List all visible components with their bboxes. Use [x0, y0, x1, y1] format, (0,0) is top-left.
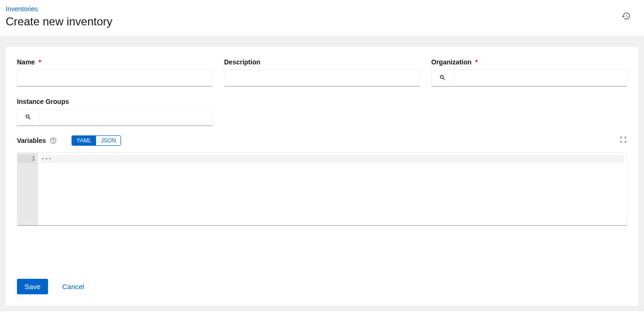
- instance-groups-input[interactable]: [40, 109, 213, 126]
- editor-gutter: 1: [17, 153, 38, 225]
- description-group: Description: [224, 58, 420, 87]
- search-icon: [25, 114, 32, 122]
- variables-toggle: YAML JSON: [72, 135, 121, 146]
- variables-label: Variables: [17, 137, 46, 144]
- form-row-1: Name * Description Organization *: [17, 58, 627, 87]
- expand-icon[interactable]: [620, 136, 627, 145]
- action-buttons: Save Cancel: [17, 279, 84, 294]
- organization-group: Organization *: [431, 58, 627, 87]
- json-toggle[interactable]: JSON: [96, 136, 121, 145]
- svg-point-1: [53, 142, 53, 142]
- page-title: Create new inventory: [6, 15, 638, 28]
- search-icon: [439, 74, 446, 82]
- instance-groups-label: Instance Groups: [17, 98, 213, 105]
- description-label: Description: [224, 58, 420, 66]
- description-label-text: Description: [224, 58, 260, 66]
- variables-header: Variables YAML JSON: [17, 135, 627, 146]
- name-input[interactable]: [17, 70, 213, 87]
- yaml-toggle[interactable]: YAML: [72, 136, 97, 145]
- instance-groups-group: Instance Groups: [17, 98, 213, 126]
- description-input[interactable]: [224, 70, 420, 87]
- required-star: *: [475, 58, 477, 66]
- main-background: Name * Description Organization *: [0, 36, 644, 311]
- help-icon[interactable]: [50, 137, 56, 144]
- instance-groups-label-text: Instance Groups: [17, 98, 69, 105]
- organization-input[interactable]: [454, 70, 627, 87]
- organization-lookup: [431, 70, 627, 87]
- organization-search-button[interactable]: [431, 70, 454, 87]
- name-group: Name *: [17, 58, 213, 87]
- breadcrumb-inventories-link[interactable]: Inventories: [6, 5, 38, 13]
- required-star: *: [39, 58, 41, 66]
- variables-editor[interactable]: 1 ---: [17, 152, 627, 226]
- organization-label: Organization *: [431, 58, 627, 66]
- cancel-button[interactable]: Cancel: [62, 283, 84, 291]
- form-card: Name * Description Organization *: [6, 47, 638, 306]
- organization-label-text: Organization: [431, 58, 472, 66]
- code-line-1: ---: [41, 155, 624, 163]
- name-label-text: Name: [17, 58, 35, 66]
- page-header: Inventories Create new inventory: [0, 0, 644, 36]
- editor-content[interactable]: ---: [38, 153, 627, 225]
- instance-groups-lookup: [17, 109, 213, 126]
- history-icon[interactable]: [621, 11, 631, 23]
- line-number: 1: [17, 155, 35, 163]
- name-label: Name *: [17, 58, 213, 66]
- save-button[interactable]: Save: [17, 279, 48, 294]
- instance-groups-search-button[interactable]: [17, 109, 40, 126]
